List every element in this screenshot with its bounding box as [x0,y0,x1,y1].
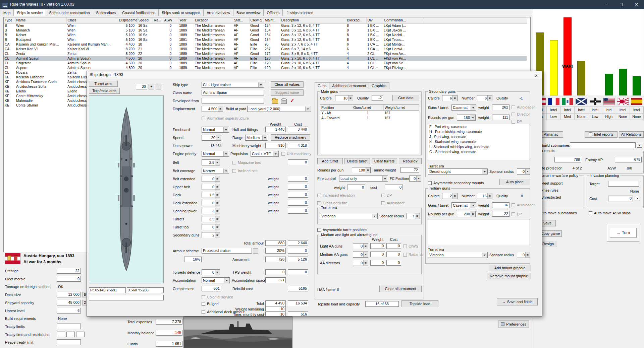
tab-base-overview[interactable]: Base overview [233,9,264,16]
tab-officers[interactable]: Officers [264,9,283,16]
light-aa-stepper[interactable]: 0 [353,243,368,249]
print-icon[interactable] [281,99,287,104]
rebuild-button[interactable]: Rebuild? [399,158,422,164]
class-name-input[interactable]: Admiral Spaun [202,90,264,95]
treaty-restriction-field[interactable] [66,332,75,337]
casemate-position-item[interactable]: H - Port midships wing, casemate [428,129,530,134]
ter-rounds-stepper[interactable]: 200 [457,211,476,217]
turret-row[interactable]: Y - Aft1167 [320,110,419,115]
nation-stat-value[interactable] [57,339,81,345]
column-header-ra[interactable]: Ra... [153,17,163,23]
ship-top-view-canvas[interactable] [89,95,164,283]
engine-priority-select[interactable]: Normal [202,151,229,157]
upper-belt-stepper[interactable]: 0 [202,184,220,190]
dialog-tab-graphics[interactable]: Graphics [369,82,389,89]
ter-number-stepper[interactable]: 16 [477,193,492,199]
sec-sponson-stepper[interactable]: 0 [517,168,530,175]
nation-stat-value[interactable] [57,324,81,329]
turret-top-stepper[interactable]: 0 [202,224,220,230]
zoom-out-button[interactable]: - [156,84,161,89]
validate-check-icon[interactable]: ✓ [290,97,294,103]
zoom-value-field[interactable]: 30 [136,84,147,89]
asymmetric-turrets-checkbox[interactable]: Asymmetric turret positions [317,227,367,232]
column-header-crewq[interactable]: Crew q... [249,17,264,23]
column-header-type[interactable]: Type [4,17,15,23]
remove-mount-graphic-button[interactable]: Remove mount graphic [487,273,531,279]
nation-stat-value[interactable]: 0 [57,276,81,282]
secondary-guns-armour-stepper[interactable]: 2 [202,232,220,238]
casemate-position-item[interactable]: J - Port wing, casemate [428,134,530,139]
all-relations-button[interactable]: All Relations [619,131,644,138]
ship-row[interactable]: CLZentaZenta5 2002201889The Mediterranea… [4,51,527,56]
clear-turrets-button[interactable]: Clear turrets [372,158,397,164]
tab-ships-under-construction[interactable]: Ships under construction [46,9,93,16]
ship-row[interactable]: CAKaiser Karl VIKaiser Karl VI8 70021018… [4,47,527,51]
ter-calibre-stepper[interactable]: 2 [442,193,458,199]
column-header-description[interactable]: Description [280,17,346,23]
nation-stat-value[interactable]: 45 000 [57,300,81,305]
nation-stat-value[interactable]: 12 000 [57,292,81,297]
sec-number-stepper[interactable]: 6 [477,95,492,101]
aa-directors-stepper[interactable]: 0 [353,260,368,266]
clear-all-values-button[interactable]: Clear all values [271,81,304,88]
column-header-maint[interactable]: Maint... [264,17,280,23]
casemate-position-item[interactable]: G - Starboard wing, casemate [428,149,530,154]
auto-build-subs-checkbox[interactable]: × [637,143,642,148]
tertiary-positions-list[interactable] [428,219,530,245]
belt-extended-stepper[interactable]: 0 [202,176,220,182]
column-header-year[interactable]: Year [178,17,194,23]
gun-data-button[interactable]: Gun data [392,95,419,101]
deck-extended-stepper[interactable]: 0 [202,200,220,206]
secondary-positions-list[interactable]: F - Port wing, casemateH - Port midships… [428,124,530,160]
casemate-position-item[interactable]: F - Port wing, casemate [428,124,530,129]
tab-coastal-fortifications[interactable]: Coastal fortifications [119,9,159,16]
sec-rounds-stepper[interactable]: 160 [457,115,476,121]
turrets-stepper[interactable]: 3.5 [202,216,220,222]
torpedo-defence-stepper[interactable]: 0 [202,269,220,275]
medium-aa-stepper[interactable]: 0 [353,252,368,258]
suggest-name-button[interactable]: Suggest name [271,89,304,96]
freeboard-select[interactable]: Normal [202,127,229,133]
belt-stepper[interactable]: 2.5 [202,159,220,165]
nation-stat-value[interactable]: 22 [57,268,81,274]
build-at-yard-select[interactable]: Local yard (12 000) [247,106,311,112]
ship-row[interactable]: BKaiserWien5 10016 Sa01889The Mediterran… [4,32,527,37]
add-mount-graphic-button[interactable]: Add mount graphic [489,265,531,271]
turn-button[interactable]: →Turn [610,228,637,238]
tab-map[interactable]: Map [0,9,14,16]
armour-scheme-toggle[interactable] [253,248,258,254]
main-turret-era-select[interactable]: Victorian [320,213,378,219]
save-and-finish-button[interactable]: →Save and finish [497,298,538,305]
column-header-location[interactable]: Location [194,17,233,23]
column-header-name[interactable]: Name [15,17,66,23]
column-header-div[interactable]: Div [366,17,383,23]
casemate-position-item[interactable]: I - Starboard midships wing, casemate [428,144,530,149]
invasion-target-field[interactable] [608,181,639,187]
turret-row[interactable]: A - Forward1167 [320,115,419,120]
developed-from-field[interactable] [202,98,264,103]
tab-submarines[interactable]: Submarines [93,9,119,16]
ship-row[interactable]: CAKaiserin und Kunigin Mari...Kaiserin u… [4,42,527,47]
column-header-speed[interactable]: Speed [137,17,153,23]
ship-row[interactable]: CLAspernAdmiral Spaun4 5002001889The Med… [4,65,527,70]
ter-turret-era-select[interactable]: Victorian [428,252,488,258]
dialog-tab-additional-armament[interactable]: Additional armament [329,82,369,89]
sec-calibre-stepper[interactable]: 6 [442,95,458,101]
column-header-commandin[interactable]: Commandin... [383,17,423,23]
auto-move-asw-checkbox[interactable]: Auto move ASW ships [589,211,631,215]
speed-stepper[interactable]: 20 [202,135,221,141]
invasion-clear-checkbox[interactable]: × [635,196,640,201]
replace-machinery-button[interactable]: Replace machinery [271,134,310,141]
close-icon[interactable]: ✕ [629,0,644,9]
tab-area-overview[interactable]: Area overview [204,9,233,16]
main-calibre-stepper[interactable]: 10 [335,95,353,101]
dialog-tab-guns[interactable]: Guns [315,82,329,89]
tab-ships-in-service[interactable]: Ships in service [14,9,46,16]
ship-row[interactable]: CLSzigetvarAdmiral Spaun4 5002001889The … [4,61,527,65]
add-turret-button[interactable]: Add turret [317,158,343,164]
tab-ships-sunk-or-scrapped[interactable]: Ships sunk or scrapped [159,9,204,16]
turret-arcs-button[interactable]: Turret arcs [89,81,118,87]
casemate-position-item[interactable]: K - Starboard wing, casemate [428,139,530,144]
intel-reports-button[interactable]: Intel reports [585,131,618,138]
minimize-icon[interactable] [599,0,614,9]
